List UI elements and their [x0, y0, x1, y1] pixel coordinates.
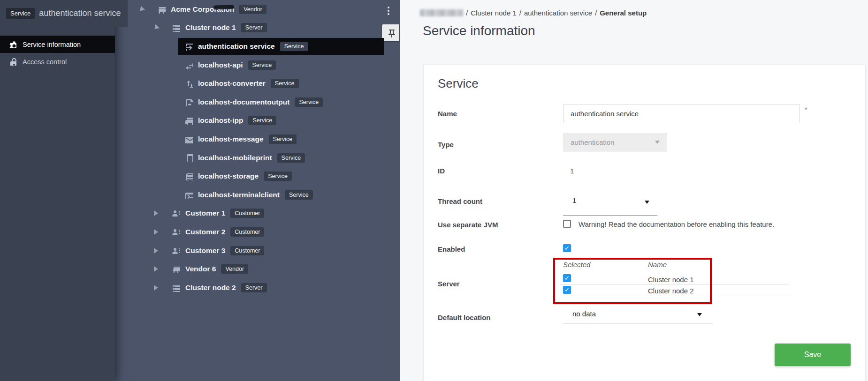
breadcrumb-item-authentication-service[interactable]: authentication service [524, 9, 592, 17]
sidebar-item-access-control[interactable]: Access control [0, 53, 115, 70]
expander-spacer [163, 98, 174, 106]
type-badge: Service [271, 79, 299, 88]
breadcrumb-separator: / [595, 9, 597, 17]
breadcrumb: / Cluster node 1 / authentication servic… [420, 9, 647, 17]
row-divider [560, 296, 789, 296]
sidebar-item-service-information[interactable]: Service information [0, 36, 115, 53]
sidebar-nav: Service information Access control [0, 36, 115, 70]
lock-icon [8, 58, 16, 66]
type-badge: Customer [230, 227, 264, 237]
breadcrumb-item-general-setup: General setup [600, 9, 647, 17]
expander-icon[interactable] [150, 228, 161, 236]
type-badge: Service [285, 190, 313, 200]
tree-item-localhost-message[interactable]: localhost-message Service [115, 130, 400, 149]
type-badge: Vendor [221, 264, 248, 274]
expander-spacer [163, 172, 174, 180]
expander-spacer [163, 61, 174, 69]
tree-item-customer-3[interactable]: Customer 3 Customer [115, 241, 400, 260]
breadcrumb-separator: / [466, 9, 468, 17]
sidebar-header: Service authentication service [0, 0, 128, 27]
type-badge: Customer [230, 246, 264, 255]
tree-item-cluster-node-2[interactable]: Cluster node 2 Server [115, 278, 400, 297]
tree-item-localhost-mobileprint[interactable]: localhost-mobileprint Service [115, 149, 400, 167]
terminal-icon [184, 191, 193, 199]
thread-count-value: 1 [572, 196, 576, 204]
enabled-checkbox[interactable] [563, 244, 571, 252]
tree-item-customer-2[interactable]: Customer 2 Customer [115, 223, 400, 241]
enabled-label: Enabled [438, 245, 465, 253]
tree-item-authentication-service[interactable]: authentication service Service [115, 37, 400, 56]
login-icon [184, 42, 193, 51]
expander-icon[interactable] [150, 24, 161, 31]
breadcrumb-item-cluster-node-1[interactable]: Cluster node 1 [471, 9, 517, 17]
server-row-name: Cluster node 1 [648, 276, 694, 284]
expander-icon[interactable] [150, 265, 161, 273]
type-badge: Service [277, 153, 305, 163]
form-card: Service Name * Type authentication ID 1 … [423, 65, 866, 381]
chevron-down-icon [645, 201, 649, 204]
tree-item-acme-corporation[interactable]: Acme Corporation Vendor [115, 0, 400, 19]
swap-icon [184, 61, 193, 69]
tree-panel: Acme Corporation Vendor Cluster node 1 S… [115, 0, 400, 381]
tree-item-localhost-api[interactable]: localhost-api Service [115, 56, 400, 75]
resource-tree: Acme Corporation Vendor Cluster node 1 S… [115, 0, 400, 297]
tree-item-customer-1[interactable]: Customer 1 Customer [115, 204, 400, 223]
type-badge: Service [248, 60, 276, 70]
tree-item-localhost-documentoutput[interactable]: localhost-documentoutput Service [115, 93, 400, 112]
gear-icon [8, 40, 16, 48]
id-label: ID [438, 167, 445, 175]
server-label: Server [438, 280, 460, 288]
tree-item-cluster-node-1[interactable]: Cluster node 1 Server [115, 19, 400, 37]
chevron-down-icon [697, 313, 702, 316]
import-export-icon [184, 79, 193, 88]
server-row-checkbox[interactable] [563, 286, 571, 294]
jvm-checkbox[interactable] [563, 220, 571, 228]
server-row-checkbox[interactable] [563, 274, 571, 282]
card-title: Service [438, 76, 479, 91]
customer-icon [172, 209, 180, 217]
column-header-selected: Selected [563, 261, 590, 269]
tree-item-vendor-6[interactable]: Vendor 6 Vendor [115, 260, 400, 278]
expander-icon[interactable] [150, 209, 161, 217]
type-badge: Vendor [239, 5, 266, 14]
jvm-warning-text: Warning! Read the documentation before e… [579, 220, 774, 228]
tree-item-localhost-converter[interactable]: localhost-converter Service [115, 74, 400, 93]
default-location-select[interactable]: no data [563, 306, 713, 323]
tree-item-localhost-storage[interactable]: localhost-storage Service [115, 167, 400, 186]
expander-icon[interactable] [150, 284, 161, 291]
expander-icon[interactable] [136, 6, 147, 13]
service-type-badge: Service [6, 8, 35, 19]
expander-spacer [163, 117, 174, 124]
app-window: Service authentication service Service i… [0, 0, 868, 381]
tree-item-localhost-ipp[interactable]: localhost-ipp Service [115, 112, 400, 130]
printer-icon [184, 116, 193, 125]
default-location-label: Default location [438, 314, 491, 321]
left-sidebar: Service authentication service Service i… [0, 0, 115, 381]
sidebar-item-label: Access control [23, 58, 67, 66]
customer-icon [172, 247, 180, 255]
type-badge: Service [248, 116, 276, 125]
tree-item-localhost-terminalclient[interactable]: localhost-terminalclient Service [115, 186, 400, 204]
breadcrumb-separator: / [519, 9, 521, 17]
breadcrumb-redacted-item [420, 9, 463, 16]
type-badge: Server [241, 283, 267, 292]
thread-count-select[interactable]: 1 [563, 192, 657, 216]
save-button[interactable]: Save [775, 344, 851, 366]
document-output-icon [184, 98, 193, 106]
jvm-label: Use separate JVM [438, 221, 498, 229]
column-header-name: Name [648, 261, 667, 269]
expander-icon[interactable] [150, 247, 161, 254]
type-badge: Service [264, 172, 292, 181]
server-row-name: Cluster node 2 [648, 287, 694, 295]
server-icon [172, 23, 180, 32]
required-marker: * [805, 105, 807, 113]
name-input[interactable] [563, 104, 800, 123]
page-title: Service information [423, 23, 535, 38]
type-badge: Service [269, 134, 297, 144]
store-icon [172, 265, 180, 273]
sidebar-title: authentication service [39, 8, 121, 18]
expander-spacer [163, 43, 174, 50]
id-value: 1 [570, 167, 574, 175]
default-location-value: no data [572, 310, 596, 318]
customer-icon [172, 228, 180, 236]
